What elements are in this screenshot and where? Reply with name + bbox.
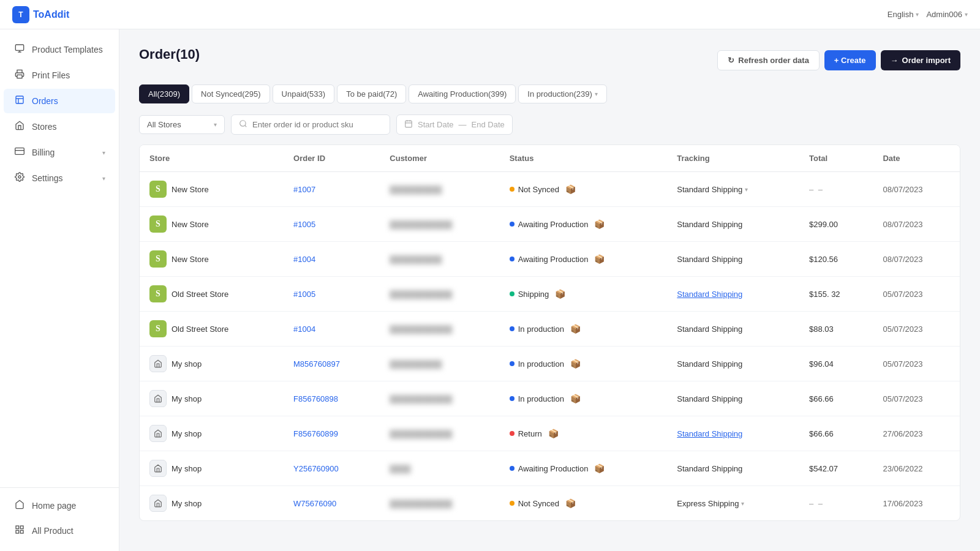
sidebar-item-all-product[interactable]: All Product (4, 519, 115, 543)
tab-in-production[interactable]: In production(239) ▾ (518, 84, 607, 103)
package-icon: 📦 (565, 184, 576, 194)
search-input[interactable] (252, 120, 382, 129)
total-cell: $88.03 (799, 312, 873, 347)
store-cell: My shop (140, 347, 284, 381)
order-id-cell[interactable]: #1005 (284, 277, 380, 312)
store-name: Old Street Store (172, 324, 228, 334)
sidebar-bottom: Home page All Product (0, 487, 119, 544)
refresh-icon: ↻ (728, 56, 734, 65)
orders-table: Store Order ID Customer Status Tracking … (139, 144, 960, 521)
order-id-cell[interactable]: #1004 (284, 312, 380, 347)
sidebar-item-product-templates[interactable]: Product Templates (4, 37, 115, 62)
date-cell: 08/07/2023 (873, 242, 960, 277)
table-row[interactable]: My shop F856760899 ████████████ Return 📦… (140, 416, 960, 451)
billing-icon (13, 146, 26, 159)
order-id-cell[interactable]: #1004 (284, 242, 380, 277)
status-cell: In production 📦 (500, 312, 668, 347)
tracking-dropdown[interactable]: Standard Shipping ▾ (677, 185, 790, 194)
svg-rect-11 (20, 530, 23, 533)
order-id-cell[interactable]: M856760897 (284, 347, 380, 381)
order-id-cell[interactable]: F856760898 (284, 381, 380, 416)
sidebar-item-label: Billing (32, 148, 55, 157)
search-box[interactable] (231, 114, 390, 135)
home-store-icon (149, 425, 167, 442)
package-icon: 📦 (548, 429, 559, 438)
order-id-cell[interactable]: #1007 (284, 172, 380, 207)
tab-all[interactable]: All(2309) (139, 84, 189, 103)
print-icon (13, 69, 26, 81)
tracking-label: Standard Shipping (677, 464, 742, 473)
status-dot (510, 501, 514, 506)
col-order-id: Order ID (284, 145, 380, 172)
date-cell: 08/07/2023 (873, 172, 960, 207)
tracking-link[interactable]: Standard Shipping (677, 429, 742, 438)
tab-unpaid[interactable]: Unpaid(533) (273, 84, 335, 103)
status-cell: Awaiting Production 📦 (500, 242, 668, 277)
shopify-icon: S (149, 250, 167, 268)
status-dot (510, 396, 514, 401)
tracking-cell: Express Shipping ▾ (667, 486, 799, 521)
status-label: Awaiting Production (518, 255, 589, 264)
refresh-button[interactable]: ↻ Refresh order data (717, 50, 820, 70)
table-row[interactable]: S Old Street Store #1004 ████████████ In… (140, 312, 960, 347)
tracking-link[interactable]: Standard Shipping (677, 290, 742, 299)
status-label: Awaiting Production (518, 220, 589, 229)
status-label: In production (518, 359, 564, 369)
chevron-down-icon: ▾ (102, 149, 105, 156)
search-icon (239, 119, 247, 130)
date-range-picker[interactable]: Start Date — End Date (396, 114, 513, 135)
status-dot (510, 222, 514, 227)
total-cell: $66.66 (799, 381, 873, 416)
tab-not-synced[interactable]: Not Synced(295) (192, 84, 270, 103)
order-id-cell[interactable]: Y256760900 (284, 451, 380, 486)
chevron-down-icon: ▾ (745, 186, 748, 193)
sidebar-item-label: Home page (32, 501, 76, 511)
table-row[interactable]: S Old Street Store #1005 ████████████ Sh… (140, 277, 960, 312)
col-tracking: Tracking (667, 145, 799, 172)
table-row[interactable]: S New Store #1007 ██████████ Not Synced … (140, 172, 960, 207)
order-id-cell[interactable]: W75676090 (284, 486, 380, 521)
sidebar-item-homepage[interactable]: Home page (4, 493, 115, 518)
svg-point-7 (18, 176, 21, 178)
customer-cell: ██████████ (380, 347, 499, 381)
total-value: $299.00 (809, 220, 838, 229)
import-button[interactable]: → Order import (881, 50, 960, 70)
sidebar-item-print-files[interactable]: Print Files (4, 63, 115, 88)
tab-awaiting-production[interactable]: Awaiting Production(399) (409, 84, 516, 103)
svg-rect-9 (20, 526, 23, 529)
table-row[interactable]: My shop W75676090 ████████████ Not Synce… (140, 486, 960, 521)
logo[interactable]: T ToAddit (12, 6, 69, 23)
create-button[interactable]: + Create (824, 50, 876, 70)
total-value: $155. 32 (809, 290, 840, 299)
sidebar-item-billing[interactable]: Billing ▾ (4, 140, 115, 165)
table-row[interactable]: My shop F856760898 ████████████ In produ… (140, 381, 960, 416)
store-name: My shop (172, 464, 202, 473)
order-id-cell[interactable]: #1005 (284, 207, 380, 242)
total-value: $542.07 (809, 464, 838, 473)
store-cell: S New Store (140, 207, 284, 242)
language-selector[interactable]: English ▾ (888, 10, 919, 19)
store-name: New Store (172, 185, 209, 194)
svg-rect-1 (17, 75, 22, 78)
admin-menu[interactable]: Admin006 ▾ (926, 10, 968, 19)
sidebar-item-settings[interactable]: Settings ▾ (4, 166, 115, 190)
chevron-down-icon: ▾ (214, 121, 217, 128)
status-dot (510, 431, 514, 436)
sidebar-item-orders[interactable]: Orders (4, 89, 115, 113)
table-row[interactable]: S New Store #1005 ████████████ Awaiting … (140, 207, 960, 242)
calendar-icon (404, 119, 413, 130)
table-row[interactable]: S New Store #1004 ██████████ Awaiting Pr… (140, 242, 960, 277)
total-cell: $120.56 (799, 242, 873, 277)
tab-to-be-paid[interactable]: To be paid(72) (337, 84, 406, 103)
total-cell: $66.66 (799, 416, 873, 451)
store-filter[interactable]: All Stores ▾ (139, 115, 225, 134)
tracking-dropdown[interactable]: Express Shipping ▾ (677, 499, 790, 508)
order-id-cell[interactable]: F856760899 (284, 416, 380, 451)
table-row[interactable]: My shop Y256760900 ████ Awaiting Product… (140, 451, 960, 486)
table-row[interactable]: My shop M856760897 ██████████ In product… (140, 347, 960, 381)
svg-rect-10 (16, 530, 19, 533)
customer-cell: ████████████ (380, 416, 499, 451)
sidebar-item-stores[interactable]: Stores (4, 114, 115, 139)
svg-rect-2 (16, 96, 23, 103)
status-dot (510, 187, 514, 192)
